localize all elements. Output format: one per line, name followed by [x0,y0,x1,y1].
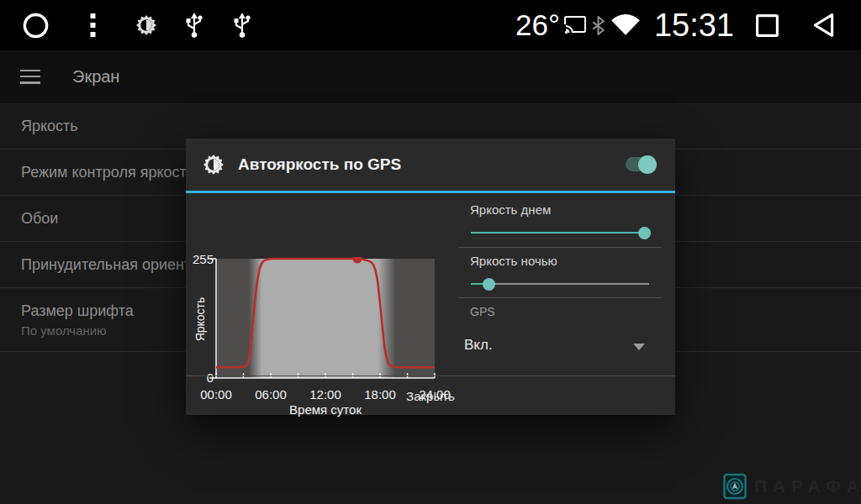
dialog-controls: Яркость днем Яркость ночью GPS Вкл. [458,193,675,375]
y-axis-label: Яркость [193,294,207,344]
auto-brightness-icon [203,155,224,175]
status-left-icons [0,12,251,39]
screen: 26° 15:31 [0,0,861,504]
day-brightness-label: Яркость днем [470,202,551,217]
day-brightness-slider[interactable] [471,226,649,239]
page-title: Экран [72,67,119,87]
dialog-header: Автояркость по GPS [186,139,675,191]
divider [458,297,662,298]
gps-dropdown-value: Вкл. [464,337,493,354]
divider [458,247,662,248]
status-bar: 26° 15:31 [0,0,861,50]
night-brightness-label: Яркость ночью [470,254,557,268]
toggle-knob [638,155,657,174]
temperature-text: 26° [515,8,560,42]
usb-icon [185,13,203,38]
plot-area [208,257,443,385]
clock-text: 15:31 [654,8,734,44]
usb-icon [233,13,251,38]
brand-watermark: ПАРАФАР [723,473,861,500]
slider-thumb[interactable] [638,227,651,239]
brand-watermark-text: ПАРАФАР [754,476,861,496]
chevron-down-icon [633,344,645,350]
auto-brightness-dialog: Автояркость по GPS 255 0 Яркость 00:00 0… [186,139,675,415]
overflow-menu-icon[interactable] [90,13,96,37]
toolbar: Экран [0,50,861,103]
auto-brightness-status-icon [136,15,156,35]
bluetooth-icon [592,16,605,35]
gps-label: GPS [470,305,495,318]
back-icon[interactable] [811,12,837,39]
brand-logo-icon [723,473,747,500]
wifi-icon [610,14,641,36]
brightness-chart: 255 0 Яркость 00:00 06:00 12:00 18:00 24… [186,193,458,375]
dialog-title: Автояркость по GPS [238,155,401,174]
gps-auto-toggle[interactable] [626,157,654,171]
close-button[interactable]: Закрыть [186,375,675,415]
status-right-icons: 26° 15:31 [515,8,861,44]
cast-icon [564,16,586,34]
gps-dropdown[interactable]: Вкл. [464,332,649,360]
slider-thumb[interactable] [483,278,495,291]
circle-nav-icon[interactable] [22,12,50,39]
menu-icon[interactable] [20,70,42,85]
night-brightness-slider[interactable] [471,277,649,291]
recents-icon[interactable] [754,13,780,39]
